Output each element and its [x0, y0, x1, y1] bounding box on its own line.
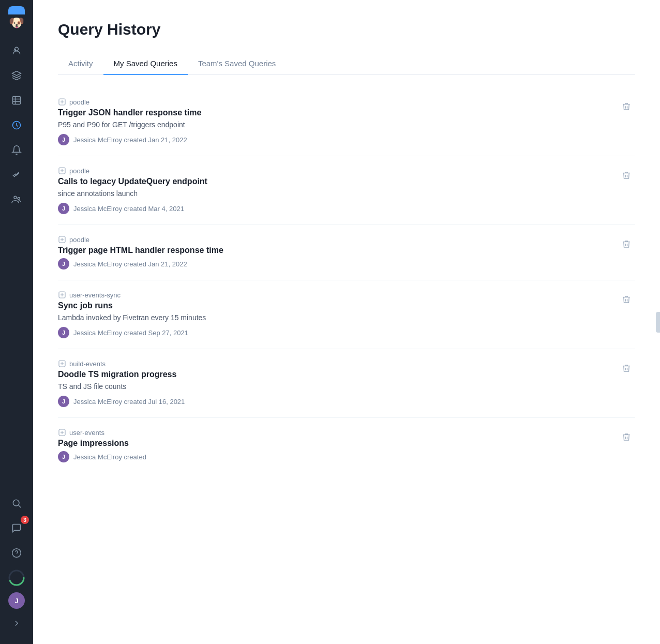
query-author: Jessica McElroy created Jan 21, 2022 [73, 260, 187, 268]
query-meta: J Jessica McElroy created Jan 21, 2022 [58, 134, 618, 145]
svg-line-2 [16, 49, 16, 51]
query-list: poodle Trigger JSON handler response tim… [58, 87, 635, 473]
service-name: poodle [69, 167, 89, 175]
author-avatar: J [58, 258, 69, 269]
query-item: poodle Trigger page HTML handler respons… [58, 225, 635, 280]
query-service: user-events-sync [58, 291, 618, 299]
edge-handle [656, 312, 660, 333]
delete-query-button[interactable] [618, 430, 635, 444]
query-title[interactable]: Sync job runs [58, 301, 618, 310]
sidebar-item-cube[interactable] [6, 65, 27, 86]
service-icon [58, 167, 66, 175]
logo-top [8, 6, 25, 14]
query-item: user-events Page impressions J Jessica M… [58, 418, 635, 473]
service-name: poodle [69, 98, 89, 106]
query-author: Jessica McElroy created Jul 16, 2021 [73, 398, 185, 406]
author-avatar: J [58, 327, 69, 338]
tab-my-saved-queries[interactable]: My Saved Queries [103, 53, 188, 75]
tab-team-saved-queries[interactable]: Team's Saved Queries [188, 53, 286, 75]
query-meta: J Jessica McElroy created Mar 4, 2021 [58, 203, 618, 214]
query-content: user-events Page impressions J Jessica M… [58, 428, 618, 462]
query-author: Jessica McElroy created Jan 21, 2022 [73, 136, 187, 144]
query-meta: J Jessica McElroy created Sep 27, 2021 [58, 327, 618, 338]
query-content: poodle Trigger JSON handler response tim… [58, 98, 618, 145]
service-name: user-events [69, 429, 104, 437]
author-avatar: J [58, 396, 69, 407]
sidebar-item-help[interactable] [6, 543, 27, 563]
author-avatar: J [58, 134, 69, 145]
query-title[interactable]: Doodle TS migration progress [58, 370, 618, 379]
tabs-bar: Activity My Saved Queries Team's Saved Q… [58, 53, 635, 75]
delete-query-button[interactable] [618, 362, 635, 375]
sidebar-item-notifications[interactable] [6, 140, 27, 160]
svg-point-8 [14, 196, 17, 199]
service-name: build-events [69, 360, 106, 368]
svg-point-10 [13, 500, 19, 506]
sidebar-item-table[interactable] [6, 90, 27, 111]
sidebar-item-history[interactable] [6, 115, 27, 136]
notification-badge: 3 [21, 516, 29, 524]
query-title[interactable]: Trigger JSON handler response time [58, 108, 618, 117]
sidebar-item-expand[interactable] [6, 613, 27, 634]
logo: 🐶 [8, 6, 25, 30]
query-description: Lambda invoked by Fivetran every 15 minu… [58, 313, 618, 322]
main-content: Query History Activity My Saved Queries … [33, 0, 660, 644]
query-author: Jessica McElroy created [73, 453, 146, 461]
sidebar-item-progress[interactable] [6, 567, 27, 588]
user-avatar[interactable]: J [8, 592, 25, 609]
service-icon [58, 98, 66, 106]
service-icon [58, 360, 66, 368]
svg-line-1 [14, 49, 15, 51]
sidebar: 🐶 [0, 0, 33, 644]
sidebar-nav [6, 40, 27, 493]
query-meta: J Jessica McElroy created [58, 451, 618, 462]
query-service: poodle [58, 98, 618, 106]
sidebar-item-search[interactable] [6, 493, 27, 514]
query-meta: J Jessica McElroy created Jul 16, 2021 [58, 396, 618, 407]
service-icon [58, 235, 66, 244]
logo-character: 🐶 [9, 16, 24, 30]
svg-line-11 [19, 505, 21, 508]
query-content: user-events-sync Sync job runs Lambda in… [58, 291, 618, 338]
sidebar-item-announcements[interactable]: 3 [6, 518, 27, 538]
page-title: Query History [58, 21, 635, 38]
service-icon [58, 428, 66, 437]
query-description: since annotations launch [58, 189, 618, 198]
sidebar-item-handshake[interactable] [6, 164, 27, 185]
service-icon [58, 291, 66, 299]
tab-activity[interactable]: Activity [58, 53, 103, 75]
svg-rect-3 [13, 97, 21, 104]
sidebar-item-team[interactable] [6, 189, 27, 210]
delete-query-button[interactable] [618, 293, 635, 306]
service-name: poodle [69, 236, 89, 244]
delete-query-button[interactable] [618, 100, 635, 113]
author-avatar: J [58, 203, 69, 214]
query-item: poodle Trigger JSON handler response tim… [58, 87, 635, 156]
query-title[interactable]: Page impressions [58, 439, 618, 448]
query-author: Jessica McElroy created Sep 27, 2021 [73, 329, 188, 337]
query-item: user-events-sync Sync job runs Lambda in… [58, 280, 635, 349]
author-avatar: J [58, 451, 69, 462]
query-item: build-events Doodle TS migration progres… [58, 349, 635, 418]
svg-point-9 [18, 197, 20, 199]
delete-query-button[interactable] [618, 169, 635, 182]
query-content: poodle Trigger page HTML handler respons… [58, 235, 618, 269]
query-content: poodle Calls to legacy UpdateQuery endpo… [58, 167, 618, 214]
sidebar-item-user[interactable] [6, 40, 27, 61]
query-service: user-events [58, 428, 618, 437]
query-author: Jessica McElroy created Mar 4, 2021 [73, 205, 184, 213]
query-content: build-events Doodle TS migration progres… [58, 360, 618, 407]
service-name: user-events-sync [69, 291, 121, 299]
query-service: poodle [58, 167, 618, 175]
svg-point-12 [12, 549, 21, 558]
delete-query-button[interactable] [618, 237, 635, 251]
query-service: poodle [58, 235, 618, 244]
query-description: P95 and P90 for GET /triggers endpoint [58, 121, 618, 129]
query-title[interactable]: Trigger page HTML handler response time [58, 246, 618, 255]
query-meta: J Jessica McElroy created Jan 21, 2022 [58, 258, 618, 269]
query-item: poodle Calls to legacy UpdateQuery endpo… [58, 156, 635, 225]
query-service: build-events [58, 360, 618, 368]
sidebar-bottom: 3 J [6, 493, 27, 638]
query-description: TS and JS file counts [58, 382, 618, 391]
query-title[interactable]: Calls to legacy UpdateQuery endpoint [58, 177, 618, 186]
